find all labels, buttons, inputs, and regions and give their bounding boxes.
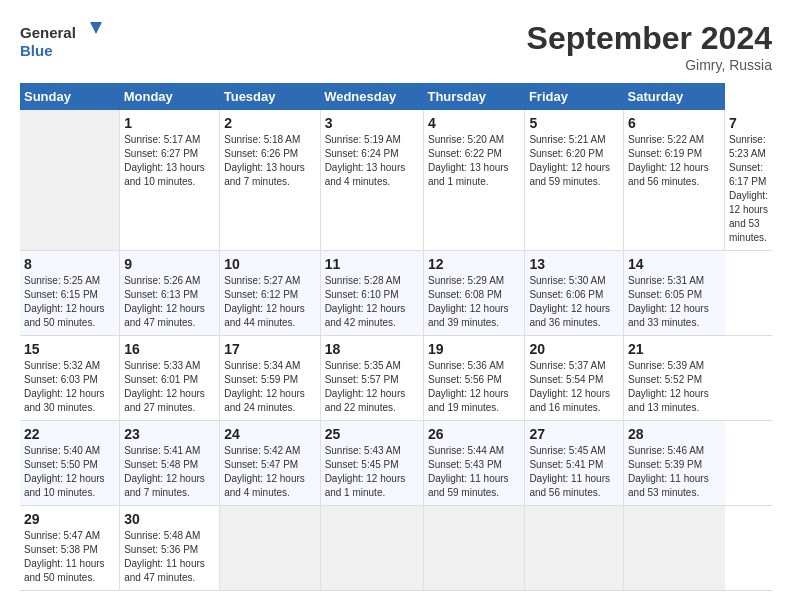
daylight: Daylight: 12 hours and 10 minutes. <box>24 473 105 498</box>
day-number: 26 <box>428 426 520 442</box>
header-row: Sunday Monday Tuesday Wednesday Thursday… <box>20 83 772 110</box>
day-info: Sunrise: 5:21 AM Sunset: 6:20 PM Dayligh… <box>529 133 619 189</box>
sunset: Sunset: 5:50 PM <box>24 459 98 470</box>
sunrise: Sunrise: 5:25 AM <box>24 275 100 286</box>
day-number: 15 <box>24 341 115 357</box>
day-info: Sunrise: 5:37 AM Sunset: 5:54 PM Dayligh… <box>529 359 619 415</box>
daylight: Daylight: 12 hours and 22 minutes. <box>325 388 406 413</box>
sunset: Sunset: 6:22 PM <box>428 148 502 159</box>
daylight: Daylight: 13 hours and 4 minutes. <box>325 162 406 187</box>
day-number: 6 <box>628 115 720 131</box>
daylight: Daylight: 12 hours and 16 minutes. <box>529 388 610 413</box>
day-number: 16 <box>124 341 215 357</box>
day-info: Sunrise: 5:29 AM Sunset: 6:08 PM Dayligh… <box>428 274 520 330</box>
calendar-body: 1 Sunrise: 5:17 AM Sunset: 6:27 PM Dayli… <box>20 110 772 591</box>
daylight: Daylight: 12 hours and 53 minutes. <box>729 190 768 243</box>
sunrise: Sunrise: 5:34 AM <box>224 360 300 371</box>
col-saturday: Saturday <box>624 83 725 110</box>
sunset: Sunset: 6:08 PM <box>428 289 502 300</box>
day-info: Sunrise: 5:44 AM Sunset: 5:43 PM Dayligh… <box>428 444 520 500</box>
sunrise: Sunrise: 5:17 AM <box>124 134 200 145</box>
sunset: Sunset: 5:52 PM <box>628 374 702 385</box>
calendar-cell: 27 Sunrise: 5:45 AM Sunset: 5:41 PM Dayl… <box>525 421 624 506</box>
day-info: Sunrise: 5:47 AM Sunset: 5:38 PM Dayligh… <box>24 529 115 585</box>
daylight: Daylight: 13 hours and 10 minutes. <box>124 162 205 187</box>
sunrise: Sunrise: 5:48 AM <box>124 530 200 541</box>
sunset: Sunset: 5:38 PM <box>24 544 98 555</box>
calendar-cell: 25 Sunrise: 5:43 AM Sunset: 5:45 PM Dayl… <box>320 421 423 506</box>
day-number: 8 <box>24 256 115 272</box>
daylight: Daylight: 12 hours and 19 minutes. <box>428 388 509 413</box>
daylight: Daylight: 12 hours and 24 minutes. <box>224 388 305 413</box>
logo-triangle-icon <box>90 22 102 34</box>
sunrise: Sunrise: 5:41 AM <box>124 445 200 456</box>
daylight: Daylight: 12 hours and 36 minutes. <box>529 303 610 328</box>
calendar-cell: 1 Sunrise: 5:17 AM Sunset: 6:27 PM Dayli… <box>120 110 220 251</box>
calendar-cell <box>20 110 120 251</box>
day-number: 14 <box>628 256 720 272</box>
day-info: Sunrise: 5:33 AM Sunset: 6:01 PM Dayligh… <box>124 359 215 415</box>
sunset: Sunset: 5:39 PM <box>628 459 702 470</box>
calendar-cell <box>423 506 524 591</box>
sunset: Sunset: 6:27 PM <box>124 148 198 159</box>
sunrise: Sunrise: 5:30 AM <box>529 275 605 286</box>
day-number: 29 <box>24 511 115 527</box>
daylight: Daylight: 12 hours and 50 minutes. <box>24 303 105 328</box>
sunrise: Sunrise: 5:37 AM <box>529 360 605 371</box>
sunrise: Sunrise: 5:36 AM <box>428 360 504 371</box>
sunrise: Sunrise: 5:27 AM <box>224 275 300 286</box>
sunset: Sunset: 6:17 PM <box>729 162 766 187</box>
day-number: 28 <box>628 426 720 442</box>
calendar-cell: 9 Sunrise: 5:26 AM Sunset: 6:13 PM Dayli… <box>120 251 220 336</box>
calendar-cell <box>624 506 725 591</box>
page-header: General Blue September 2024 Gimry, Russi… <box>20 20 772 73</box>
sunrise: Sunrise: 5:42 AM <box>224 445 300 456</box>
daylight: Daylight: 13 hours and 7 minutes. <box>224 162 305 187</box>
calendar-cell <box>220 506 320 591</box>
day-number: 24 <box>224 426 315 442</box>
calendar-cell: 2 Sunrise: 5:18 AM Sunset: 6:26 PM Dayli… <box>220 110 320 251</box>
daylight: Daylight: 12 hours and 42 minutes. <box>325 303 406 328</box>
day-number: 17 <box>224 341 315 357</box>
daylight: Daylight: 11 hours and 50 minutes. <box>24 558 105 583</box>
day-number: 11 <box>325 256 419 272</box>
sunrise: Sunrise: 5:45 AM <box>529 445 605 456</box>
sunrise: Sunrise: 5:29 AM <box>428 275 504 286</box>
daylight: Daylight: 11 hours and 53 minutes. <box>628 473 709 498</box>
sunrise: Sunrise: 5:43 AM <box>325 445 401 456</box>
day-info: Sunrise: 5:45 AM Sunset: 5:41 PM Dayligh… <box>529 444 619 500</box>
day-info: Sunrise: 5:20 AM Sunset: 6:22 PM Dayligh… <box>428 133 520 189</box>
daylight: Daylight: 12 hours and 13 minutes. <box>628 388 709 413</box>
sunrise: Sunrise: 5:44 AM <box>428 445 504 456</box>
day-number: 22 <box>24 426 115 442</box>
sunrise: Sunrise: 5:20 AM <box>428 134 504 145</box>
day-info: Sunrise: 5:48 AM Sunset: 5:36 PM Dayligh… <box>124 529 215 585</box>
sunset: Sunset: 6:15 PM <box>24 289 98 300</box>
sunrise: Sunrise: 5:39 AM <box>628 360 704 371</box>
calendar-header: Sunday Monday Tuesday Wednesday Thursday… <box>20 83 772 110</box>
sunrise: Sunrise: 5:47 AM <box>24 530 100 541</box>
calendar-cell: 13 Sunrise: 5:30 AM Sunset: 6:06 PM Dayl… <box>525 251 624 336</box>
col-friday: Friday <box>525 83 624 110</box>
calendar-cell: 28 Sunrise: 5:46 AM Sunset: 5:39 PM Dayl… <box>624 421 725 506</box>
col-tuesday: Tuesday <box>220 83 320 110</box>
daylight: Daylight: 11 hours and 47 minutes. <box>124 558 205 583</box>
day-info: Sunrise: 5:28 AM Sunset: 6:10 PM Dayligh… <box>325 274 419 330</box>
day-number: 1 <box>124 115 215 131</box>
daylight: Daylight: 12 hours and 27 minutes. <box>124 388 205 413</box>
logo: General Blue <box>20 20 110 60</box>
sunset: Sunset: 6:01 PM <box>124 374 198 385</box>
day-info: Sunrise: 5:46 AM Sunset: 5:39 PM Dayligh… <box>628 444 720 500</box>
daylight: Daylight: 12 hours and 39 minutes. <box>428 303 509 328</box>
calendar-cell: 6 Sunrise: 5:22 AM Sunset: 6:19 PM Dayli… <box>624 110 725 251</box>
sunset: Sunset: 6:05 PM <box>628 289 702 300</box>
day-info: Sunrise: 5:40 AM Sunset: 5:50 PM Dayligh… <box>24 444 115 500</box>
day-info: Sunrise: 5:30 AM Sunset: 6:06 PM Dayligh… <box>529 274 619 330</box>
calendar-cell: 15 Sunrise: 5:32 AM Sunset: 6:03 PM Dayl… <box>20 336 120 421</box>
sunset: Sunset: 5:57 PM <box>325 374 399 385</box>
sunset: Sunset: 6:26 PM <box>224 148 298 159</box>
day-number: 18 <box>325 341 419 357</box>
location: Gimry, Russia <box>527 57 772 73</box>
day-number: 21 <box>628 341 720 357</box>
day-info: Sunrise: 5:17 AM Sunset: 6:27 PM Dayligh… <box>124 133 215 189</box>
